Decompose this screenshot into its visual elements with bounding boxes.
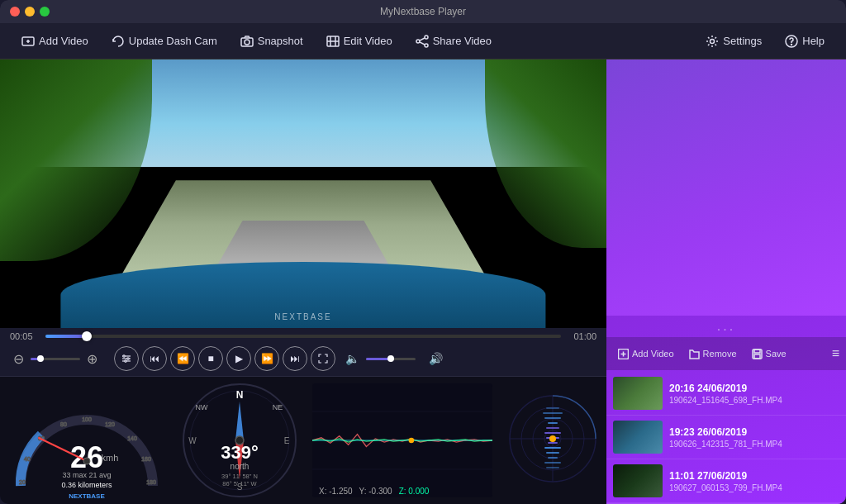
playlist-menu-button[interactable]: ≡	[832, 346, 839, 361]
video-frame: NEXTBASE	[0, 59, 606, 328]
share-icon	[416, 35, 429, 48]
svg-rect-68	[548, 422, 558, 424]
video-area[interactable]: NEXTBASE	[0, 59, 606, 328]
svg-text:kmh: kmh	[102, 453, 119, 463]
graph-panel: X: -1.250 Y: -0.300 Z: 0.000	[306, 377, 499, 504]
skip-back-start-button[interactable]: ⏮	[142, 346, 167, 371]
playlist-time-1: 19:23 26/06/2019	[669, 426, 839, 438]
svg-text:0.36 kilometers: 0.36 kilometers	[61, 481, 112, 489]
playlist-item[interactable]: 19:23 26/06/2019 190626_142315_781_FH.MP…	[606, 416, 846, 459]
titlebar: MyNextbase Player	[0, 0, 846, 23]
window-controls	[10, 7, 50, 17]
close-button[interactable]	[10, 7, 20, 17]
fullscreen-button[interactable]	[311, 346, 335, 371]
step-back-button[interactable]: ⏪	[170, 346, 195, 371]
settings-ctrl-button[interactable]	[114, 346, 139, 371]
playlist-add-icon	[618, 349, 629, 359]
svg-rect-69	[546, 427, 559, 429]
svg-rect-76	[544, 462, 561, 464]
gforce-panel	[499, 377, 606, 504]
svg-rect-77	[546, 467, 559, 468]
zoom-track[interactable]	[31, 358, 80, 360]
edit-video-button[interactable]: Edit Video	[318, 31, 401, 52]
help-icon	[785, 35, 798, 48]
playlist-filename-2: 190627_060153_799_FH.MP4	[669, 483, 839, 492]
svg-text:339°: 339°	[221, 442, 259, 463]
playlist-save-button[interactable]: Save	[747, 346, 791, 362]
dots-indicator: ...	[606, 316, 846, 337]
speedometer-svg: 20 40 60 80 100 120 140 160 180 26 kmh 3…	[4, 378, 169, 502]
toolbar-right: Settings Help	[697, 31, 833, 52]
controls-area: 00:05 01:00 ⊖ ⊕	[0, 328, 606, 376]
zoom-in-button[interactable]: ⊕	[83, 351, 101, 367]
playlist-thumb-1	[613, 421, 663, 454]
volume-thumb[interactable]	[387, 355, 394, 362]
toolbar: Add Video Update Dash Cam Snapshot Edit …	[0, 23, 846, 59]
svg-text:NW: NW	[196, 403, 208, 411]
playlist-info-0: 20:16 24/06/2019 190624_151645_698_FH.MP…	[669, 383, 839, 405]
svg-point-4	[245, 40, 250, 45]
svg-rect-83	[754, 349, 760, 353]
playlist-time-2: 11:01 27/06/2019	[669, 470, 839, 482]
svg-text:W: W	[188, 436, 197, 445]
svg-rect-75	[548, 457, 558, 459]
playlist-info-2: 11:01 27/06/2019 190627_060153_799_FH.MP…	[669, 470, 839, 492]
camera-icon	[240, 35, 254, 48]
playlist-add-video-button[interactable]: Add Video	[613, 346, 679, 362]
svg-text:E: E	[284, 436, 290, 445]
video-watermark: NEXTBASE	[274, 312, 331, 321]
save-icon	[752, 349, 763, 359]
svg-point-14	[711, 39, 715, 43]
svg-point-16	[791, 44, 792, 45]
svg-rect-72	[548, 442, 558, 444]
data-panels: 20 40 60 80 100 120 140 160 180 26 kmh 3…	[0, 376, 606, 504]
svg-point-9	[425, 36, 428, 39]
update-dash-cam-button[interactable]: Update Dash Cam	[103, 31, 226, 52]
help-button[interactable]: Help	[777, 31, 833, 52]
svg-point-21	[127, 358, 129, 359]
progress-track[interactable]	[45, 335, 561, 338]
svg-point-38	[83, 458, 90, 464]
progress-thumb[interactable]	[82, 331, 92, 341]
svg-text:north: north	[231, 462, 250, 471]
svg-text:160: 160	[141, 456, 151, 462]
settings-button[interactable]: Settings	[697, 31, 770, 52]
svg-rect-65	[546, 407, 559, 409]
speedometer-panel: 20 40 60 80 100 120 140 160 180 26 kmh 3…	[0, 377, 173, 504]
skip-forward-end-button[interactable]: ⏭	[283, 346, 307, 371]
svg-text:20: 20	[19, 479, 26, 485]
svg-rect-73	[544, 447, 561, 449]
playlist-item[interactable]: 11:01 27/06/2019 190627_060153_799_FH.MP…	[606, 459, 846, 503]
svg-line-13	[420, 42, 425, 45]
svg-text:86° 5' 11" W: 86° 5' 11" W	[222, 480, 257, 487]
playlist-items[interactable]: 20:16 24/06/2019 190624_151645_698_FH.MP…	[606, 370, 846, 504]
play-button[interactable]: ▶	[226, 346, 251, 371]
current-time: 00:05	[10, 331, 39, 341]
snapshot-button[interactable]: Snapshot	[232, 31, 311, 52]
compass-svg: N S W E NW NE 339° north 39° 11' 58" N 8…	[178, 378, 302, 502]
share-video-button[interactable]: Share Video	[407, 31, 500, 52]
svg-rect-84	[754, 354, 760, 359]
add-video-button[interactable]: Add Video	[13, 31, 97, 52]
playlist-filename-1: 190626_142315_781_FH.MP4	[669, 440, 839, 449]
zoom-thumb[interactable]	[37, 355, 44, 362]
volume-track[interactable]	[366, 358, 416, 360]
playlist-item[interactable]: 20:16 24/06/2019 190624_151645_698_FH.MP…	[606, 372, 846, 416]
playlist-thumb-0	[613, 377, 663, 410]
playlist-info-1: 19:23 26/06/2019 190626_142315_781_FH.MP…	[669, 426, 839, 449]
zoom-out-button[interactable]: ⊖	[10, 351, 27, 367]
compass-panel: N S W E NW NE 339° north 39° 11' 58" N 8…	[173, 377, 306, 504]
add-video-icon	[21, 35, 35, 48]
svg-rect-74	[546, 452, 559, 454]
step-forward-button[interactable]: ⏩	[254, 346, 279, 371]
playlist-remove-button[interactable]: Remove	[684, 346, 742, 362]
graph-labels: X: -1.250 Y: -0.300 Z: 0.000	[319, 487, 429, 496]
svg-line-12	[420, 38, 425, 40]
svg-text:140: 140	[127, 435, 137, 441]
minimize-button[interactable]	[25, 7, 35, 17]
graph-x-label: X: -1.250	[319, 487, 353, 496]
stop-button[interactable]: ■	[198, 346, 223, 371]
maximize-button[interactable]	[40, 7, 50, 17]
total-time: 01:00	[568, 331, 596, 341]
folder-remove-icon	[689, 349, 700, 359]
